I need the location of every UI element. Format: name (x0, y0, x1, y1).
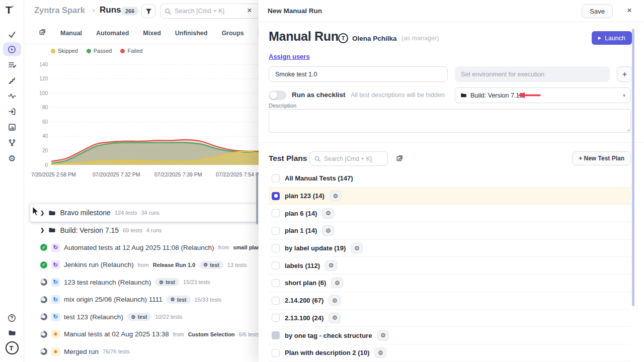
plan-label[interactable]: short plan (6) (285, 279, 326, 287)
run-title[interactable]: mix origin 25/06 (Relaunch) 1111 (64, 296, 163, 303)
filter-button[interactable] (141, 4, 155, 18)
plan-settings-button[interactable]: ⚙ (351, 243, 363, 253)
plan-row[interactable]: by label update (19)⚙ (269, 240, 631, 257)
projects-folder-icon[interactable] (3, 326, 21, 339)
tab-unfinished[interactable]: Unfinished (175, 30, 208, 37)
run-row[interactable]: ✓↻Automated tests at 12 Aug 2025 11:08 (… (30, 239, 262, 256)
close-panel-icon[interactable]: × (627, 6, 632, 16)
panel-scrollbar[interactable] (632, 29, 634, 306)
plan-row[interactable]: by one tag - check structure⚙ (269, 327, 631, 344)
run-title[interactable]: test 123 (Relaunch) (64, 313, 123, 321)
settings-gear-icon[interactable]: ⚙ (3, 152, 21, 165)
breadcrumb-project[interactable]: Zyntra Spark (34, 6, 85, 15)
plan-row[interactable]: 2.14.200 (67)⚙ (269, 292, 631, 310)
run-title[interactable]: Bravo milestone (60, 209, 110, 217)
run-title[interactable]: Merged run (64, 348, 99, 355)
plan-settings-button[interactable]: ⚙ (322, 208, 334, 219)
tasks-check-icon[interactable] (3, 28, 21, 41)
run-row[interactable]: ✳Merged run76/76 tests (30, 343, 262, 360)
pulse-icon[interactable] (3, 89, 21, 103)
plan-row[interactable]: plan 123 (14)⚙ (269, 188, 631, 205)
tab-manual[interactable]: Manual (60, 30, 82, 37)
tab-mixed[interactable]: Mixed (143, 30, 160, 37)
test-plans-search-input[interactable]: Search [Cmd + K] (309, 151, 388, 166)
plan-checkbox[interactable] (272, 227, 280, 235)
plan-row[interactable]: 2.13.100 (24)⚙ (269, 310, 631, 327)
environment-input[interactable]: Set environment for execution (455, 66, 610, 82)
runs-icon[interactable] (3, 42, 21, 56)
plan-checkbox[interactable] (272, 174, 280, 183)
plan-row[interactable]: plan 1 (14)⚙ (269, 222, 631, 240)
plan-settings-button[interactable]: ⚙ (325, 260, 337, 271)
build-select[interactable]: Build: Version 7.15 ▾ (455, 87, 631, 103)
from-target[interactable]: small plan (233, 244, 260, 250)
run-title[interactable]: Build: Version 7.15 (60, 226, 119, 234)
milestones-steps-icon[interactable] (3, 74, 21, 87)
save-button[interactable]: Save (582, 4, 613, 18)
select-all-icon[interactable] (39, 28, 46, 38)
plan-row[interactable]: All Manual Tests (147) (269, 170, 631, 188)
add-environment-button[interactable]: + (617, 66, 632, 82)
run-title[interactable]: 123 test relaunch (Relaunch) (64, 279, 151, 286)
run-title[interactable]: Automated tests at 12 Aug 2025 11:08 (Re… (64, 244, 214, 251)
plan-checkbox[interactable] (272, 261, 280, 269)
run-title[interactable]: Manual tests at 02 Aug 2025 13:38 (64, 330, 169, 338)
plan-checkbox[interactable] (272, 279, 280, 287)
plan-checkbox[interactable] (272, 209, 280, 217)
assign-users-link[interactable]: Assign users (269, 53, 310, 60)
plan-label[interactable]: Plan with description 2 (10) (285, 349, 369, 356)
clear-search-button[interactable]: × (245, 6, 254, 15)
user-avatar[interactable]: T' (6, 341, 19, 354)
plan-settings-button[interactable]: ⚙ (331, 278, 343, 288)
plan-checkbox[interactable] (272, 349, 280, 357)
plan-label[interactable]: plan 6 (14) (285, 210, 317, 217)
legend-item-skipped[interactable]: Skipped (51, 48, 78, 54)
run-row[interactable]: ↻mix origin 25/06 (Relaunch) 1111⚙test15… (30, 291, 262, 309)
run-row[interactable]: ✳Manual tests at 02 Aug 2025 13:38fromCu… (30, 326, 262, 343)
import-icon[interactable] (3, 105, 21, 118)
run-row[interactable]: ❯Build: Version 7.1569 tests4 runs (30, 222, 262, 239)
run-as-checklist-toggle[interactable] (269, 90, 286, 100)
tab-automated[interactable]: Automated (96, 30, 129, 37)
tab-groups[interactable]: Groups (221, 30, 244, 37)
expand-chevron-icon[interactable]: ❯ (40, 210, 44, 216)
plan-checkbox[interactable] (272, 297, 280, 305)
from-target[interactable]: Release Run 1.0 (153, 262, 195, 268)
plan-settings-button[interactable]: ⚙ (374, 347, 386, 358)
left-panel-scrollbar[interactable] (256, 172, 258, 224)
plan-settings-button[interactable]: ⚙ (329, 295, 341, 306)
plan-checkbox[interactable] (272, 331, 280, 339)
run-row[interactable]: ↻test 123 (Relaunch)⚙test10/22 tests (30, 308, 262, 326)
run-row[interactable]: ❯Bravo milestone124 tests34 runs (30, 204, 262, 222)
help-icon[interactable] (3, 311, 21, 324)
plan-checkbox[interactable] (272, 314, 280, 322)
legend-item-passed[interactable]: Passed (87, 48, 112, 54)
app-logo[interactable]: T' (6, 4, 19, 17)
plan-settings-button[interactable]: ⚙ (322, 225, 334, 236)
plan-row[interactable]: plan 6 (14)⚙ (269, 205, 631, 222)
launch-button[interactable]: ▶ Launch (592, 31, 632, 45)
plan-row[interactable]: labels (112)⚙ (269, 257, 631, 275)
plan-row[interactable]: Plan with description 2 (10)⚙ (269, 344, 631, 362)
plan-settings-button[interactable]: ⚙ (377, 330, 389, 341)
select-all-plans-icon[interactable] (396, 154, 404, 164)
plan-checkbox[interactable] (272, 192, 280, 200)
plan-row[interactable]: short plan (6)⚙ (269, 275, 631, 292)
plan-checkbox[interactable] (272, 244, 280, 252)
plan-label[interactable]: plan 1 (14) (285, 227, 317, 234)
description-textarea[interactable]: ◢ (269, 109, 631, 133)
plan-settings-button[interactable]: ⚙ (330, 191, 342, 201)
expand-chevron-icon[interactable]: ❯ (40, 227, 44, 233)
plan-label[interactable]: by label update (19) (285, 244, 346, 252)
run-name-input[interactable]: Smoke test 1.0 (269, 66, 448, 82)
resize-handle[interactable]: ◢ (627, 128, 629, 132)
plan-label[interactable]: by one tag - check structure (285, 332, 372, 339)
run-row[interactable]: ↻123 test relaunch (Relaunch)⚙test15/23 … (30, 274, 262, 291)
legend-item-failed[interactable]: Failed (120, 48, 142, 54)
new-test-plan-button[interactable]: + New Test Plan (572, 151, 631, 165)
plan-label[interactable]: All Manual Tests (147) (285, 174, 353, 182)
test-plans-list-icon[interactable] (3, 58, 21, 71)
plan-label[interactable]: labels (112) (285, 262, 320, 269)
reports-chart-icon[interactable] (3, 121, 21, 134)
run-row[interactable]: ✓↻Jenkins run (Relaunch)fromRelease Run … (30, 256, 262, 274)
